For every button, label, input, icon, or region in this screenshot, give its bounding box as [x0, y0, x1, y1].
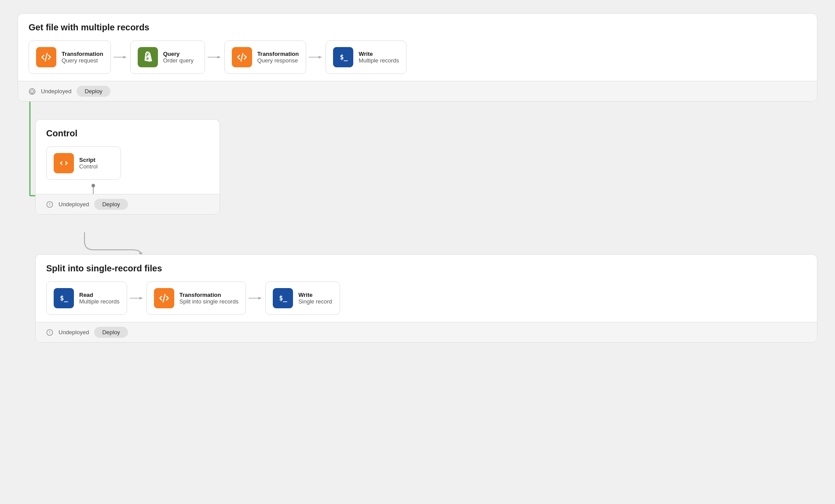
svg-text:$_: $_ — [340, 53, 348, 61]
deploy-button-1[interactable]: Deploy — [77, 86, 110, 97]
step-name-1: Query request — [62, 57, 103, 64]
step-type-4: Write — [359, 51, 399, 57]
svg-text:$_: $_ — [279, 294, 288, 302]
pipeline-control: Control Script Control — [35, 119, 220, 215]
arrow-4 — [130, 295, 144, 302]
arrow-2 — [208, 54, 222, 61]
pipeline-get-file: Get file with multiple records Transform… — [18, 13, 817, 102]
step-name-2: Order query — [163, 57, 194, 64]
pipeline-get-file-footer: Undeployed Deploy — [18, 81, 817, 101]
write-icon-2: $_ — [273, 288, 293, 308]
step-type-read: Read — [79, 292, 120, 298]
svg-text:$_: $_ — [60, 294, 68, 302]
pipeline-split: Split into single-record files $_ Read M… — [35, 254, 817, 343]
arrow-3 — [309, 54, 323, 61]
undeployed-icon-1 — [29, 88, 36, 95]
svg-marker-21 — [258, 297, 262, 299]
pipeline-get-file-steps: Transformation Query request Query Order… — [29, 40, 806, 74]
read-icon: $_ — [54, 288, 74, 308]
pipeline-control-footer: Undeployed Deploy — [36, 194, 220, 214]
step-write-single[interactable]: $_ Write Single record — [265, 281, 340, 315]
arrow-5 — [249, 295, 263, 302]
script-icon — [54, 153, 74, 173]
step-name-4: Multiple records — [359, 57, 399, 64]
pipeline-split-steps: $_ Read Multiple records — [46, 281, 806, 315]
step-name-split: Split into single records — [179, 298, 238, 305]
arrow-1 — [114, 54, 128, 61]
step-transformation-query-response[interactable]: Transformation Query response — [224, 40, 307, 74]
undeployed-icon-2 — [46, 201, 53, 208]
transform-icon-2 — [232, 47, 252, 67]
step-name-script: Control — [79, 163, 98, 170]
shopify-icon — [138, 47, 158, 67]
step-query-order[interactable]: Query Order query — [130, 40, 205, 74]
step-type-script: Script — [79, 157, 98, 163]
write-icon-1: $_ — [333, 47, 353, 67]
step-type-split: Transformation — [179, 292, 238, 298]
svg-marker-6 — [123, 56, 127, 58]
svg-marker-8 — [217, 56, 221, 58]
undeployed-text-3: Undeployed — [59, 329, 89, 336]
svg-marker-10 — [319, 56, 322, 58]
deploy-button-3[interactable]: Deploy — [94, 327, 128, 338]
pipeline-split-footer: Undeployed Deploy — [36, 322, 817, 342]
pipeline-control-title: Control — [46, 128, 209, 139]
transform-icon-1 — [36, 47, 56, 67]
svg-point-13 — [92, 184, 95, 187]
pipeline-split-title: Split into single-record files — [46, 263, 806, 274]
step-type-write-single: Write — [298, 292, 332, 298]
step-type-1: Transformation — [62, 51, 103, 57]
step-name-read: Multiple records — [79, 298, 120, 305]
undeployed-text-2: Undeployed — [59, 201, 89, 208]
pipeline-control-steps: Script Control — [46, 146, 209, 180]
step-script-control[interactable]: Script Control — [46, 146, 121, 180]
undeployed-icon-3 — [46, 329, 53, 336]
step-type-2: Query — [163, 51, 194, 57]
svg-marker-19 — [139, 297, 143, 299]
step-write-multiple[interactable]: $_ Write Multiple records — [326, 40, 407, 74]
step-type-3: Transformation — [257, 51, 299, 57]
step-read-multiple[interactable]: $_ Read Multiple records — [46, 281, 127, 315]
step-transformation-split[interactable]: Transformation Split into single records — [146, 281, 246, 315]
step-name-3: Query response — [257, 57, 299, 64]
deploy-button-2[interactable]: Deploy — [94, 199, 128, 210]
step-transformation-query-request[interactable]: Transformation Query request — [29, 40, 111, 74]
transform-icon-3 — [154, 288, 174, 308]
curved-connector — [35, 232, 167, 254]
flow-canvas: Get file with multiple records Transform… — [18, 13, 817, 343]
pipeline-get-file-title: Get file with multiple records — [29, 22, 806, 33]
undeployed-text-1: Undeployed — [41, 88, 71, 95]
step-name-write-single: Single record — [298, 298, 332, 305]
